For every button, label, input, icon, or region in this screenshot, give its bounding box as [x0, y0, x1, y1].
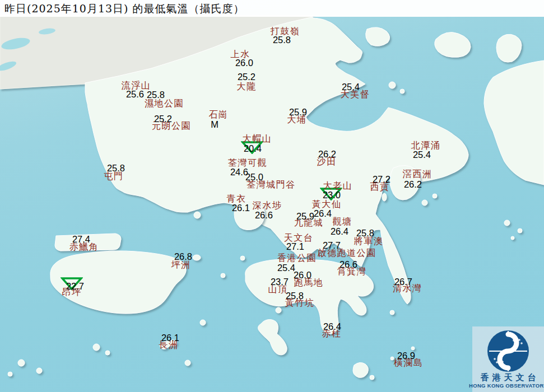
ma-wan-island: [194, 212, 201, 218]
mirs-bay-island: [366, 27, 390, 46]
mirs-bay-island: [435, 32, 471, 58]
po-toi-island: [353, 362, 368, 377]
waglan-island: [411, 347, 415, 350]
station-value: 26.8: [174, 251, 192, 262]
station-value: 26.7: [394, 277, 412, 287]
station-value: 25.4: [342, 82, 360, 92]
station-value: 25.9: [289, 107, 307, 118]
mirs-bay-island: [496, 34, 522, 62]
station-value: 27.7: [323, 240, 341, 251]
station-value: 20.4: [244, 143, 262, 154]
station-value: 26.1: [161, 333, 179, 343]
weather-map-screen: 昨日(2025年10月13日) 的最低氣溫（攝氏度） 打鼓嶺25.8上水26.0…: [0, 0, 544, 392]
station-value: 22.7: [66, 281, 84, 292]
hk-map: [0, 0, 544, 392]
station-value: 26.4: [331, 226, 348, 237]
station-value: 23.7: [271, 277, 289, 287]
station-value: 26.9: [397, 351, 415, 361]
lamma-island: [258, 320, 287, 355]
station-value: 27.2: [373, 174, 390, 185]
station-value: M: [211, 119, 218, 130]
station-value: 26.0: [235, 58, 253, 68]
hko-logo: 香港天文台 HONG KONG OBSERVATORY: [472, 326, 544, 392]
station-value: 25.8: [286, 291, 304, 301]
station-value: 25.2: [238, 72, 255, 82]
hko-logo-emblem-icon: [480, 328, 536, 374]
hko-logo-chinese-name: 香港天文台: [472, 372, 544, 383]
ap-lei-chau-island: [276, 307, 281, 313]
station-value: 25.4: [413, 150, 431, 160]
station-value: 27.1: [286, 241, 304, 252]
station-value: 26.2: [404, 179, 422, 190]
station-value: 26.2: [318, 149, 336, 160]
station-value: 26.6: [340, 259, 357, 270]
dapeng-peninsula: [484, 60, 544, 185]
station-name: 大隴: [237, 81, 257, 93]
peng-chau-island: [193, 255, 201, 260]
station-value: 25.8: [107, 163, 125, 174]
station-value: 25.2: [154, 114, 172, 124]
station-name: 滘西洲: [403, 169, 433, 180]
station-value: 25.8: [273, 35, 291, 45]
station-value: 25.0: [245, 172, 263, 183]
station-value: 25.8: [147, 90, 165, 100]
station-value: 27.4: [72, 234, 90, 245]
station-value: 26.1: [232, 203, 250, 213]
station-value: 26.4: [323, 321, 341, 332]
station-value: 23.0: [323, 190, 341, 200]
map-title: 昨日(2025年10月13日) 的最低氣溫（攝氏度）: [0, 2, 245, 15]
station-value: 25.9: [296, 211, 314, 222]
title-bar: 昨日(2025年10月13日) 的最低氣溫（攝氏度）: [0, 0, 544, 17]
station-value: 25.8: [356, 228, 374, 239]
station-value: 26.6: [255, 210, 273, 221]
hko-logo-english-name: HONG KONG OBSERVATORY: [469, 382, 544, 389]
station-value: 26.0: [294, 270, 311, 281]
station-value: 26.4: [314, 208, 332, 219]
station-value: 25.6: [126, 89, 144, 100]
station-value: 25.4: [277, 263, 295, 273]
